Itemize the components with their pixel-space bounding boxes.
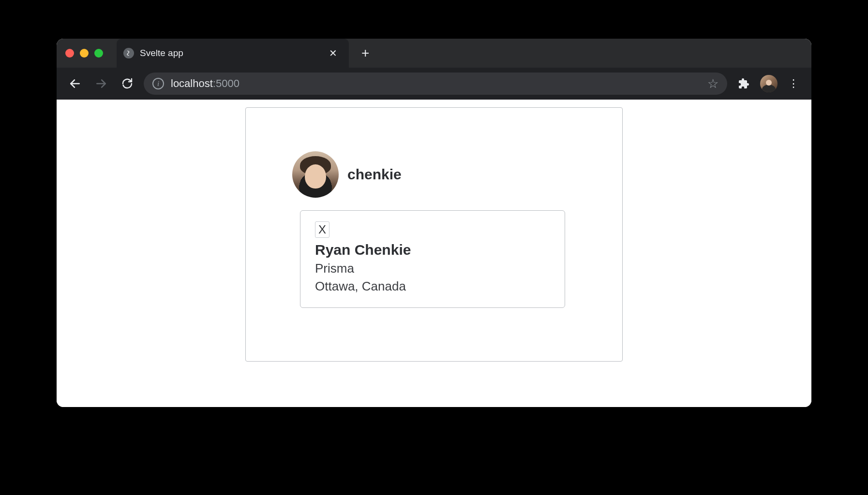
browser-menu-button[interactable]: ⋮ (784, 78, 803, 89)
toolbar: i localhost:5000 ☆ ⋮ (57, 68, 811, 100)
browser-tab[interactable]: Svelte app ✕ (117, 39, 349, 68)
user-summary-row: chenkie (292, 151, 576, 198)
tab-title: Svelte app (140, 48, 320, 58)
url-display: localhost:5000 (171, 77, 239, 90)
profile-avatar[interactable] (760, 75, 778, 92)
window-maximize-button[interactable] (94, 49, 103, 58)
site-info-icon[interactable]: i (152, 78, 164, 89)
user-location: Ottawa, Canada (315, 279, 550, 294)
close-detail-button[interactable]: X (315, 221, 329, 238)
url-host: localhost (171, 77, 213, 89)
address-bar[interactable]: i localhost:5000 ☆ (144, 73, 727, 95)
url-port: :5000 (213, 77, 239, 89)
user-company: Prisma (315, 261, 550, 276)
svelte-favicon-icon (123, 48, 134, 58)
user-card: chenkie X Ryan Chenkie Prisma Ottawa, Ca… (245, 107, 623, 362)
window-minimize-button[interactable] (80, 49, 89, 58)
new-tab-button[interactable]: + (354, 45, 377, 61)
traffic-lights (65, 49, 103, 58)
address-bar-actions: ☆ (707, 76, 718, 91)
nav-forward-button[interactable] (91, 74, 111, 93)
nav-back-button[interactable] (65, 74, 85, 93)
bookmark-star-icon[interactable]: ☆ (707, 76, 718, 91)
browser-window: Svelte app ✕ + i localhost:5000 ☆ ⋮ (57, 39, 811, 407)
window-close-button[interactable] (65, 49, 74, 58)
reload-button[interactable] (118, 74, 137, 93)
tab-close-button[interactable]: ✕ (326, 45, 340, 61)
title-bar: Svelte app ✕ + (57, 39, 811, 68)
user-full-name: Ryan Chenkie (315, 242, 550, 258)
page-viewport: chenkie X Ryan Chenkie Prisma Ottawa, Ca… (57, 100, 811, 407)
extensions-icon[interactable] (734, 74, 753, 93)
user-handle: chenkie (347, 166, 402, 183)
user-detail-card: X Ryan Chenkie Prisma Ottawa, Canada (300, 210, 565, 308)
user-avatar (292, 151, 339, 198)
